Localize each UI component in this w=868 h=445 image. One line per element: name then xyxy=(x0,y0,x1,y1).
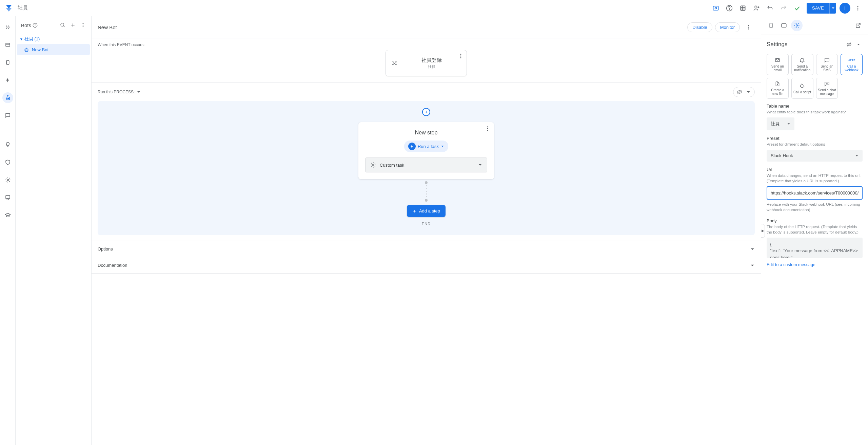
add-step-top-button[interactable] xyxy=(422,108,430,116)
rail-settings-icon[interactable] xyxy=(2,174,13,185)
bot-icon xyxy=(24,47,29,52)
help-icon[interactable] xyxy=(723,2,735,14)
info-icon[interactable] xyxy=(33,23,38,28)
search-icon[interactable] xyxy=(58,20,67,30)
url-label: Url xyxy=(767,167,863,172)
tablet-preview-icon[interactable] xyxy=(778,20,790,31)
visibility-off-icon[interactable] xyxy=(735,88,744,96)
rail-security-icon[interactable] xyxy=(2,157,13,168)
tree-folder[interactable]: ▼ 社員 (1) xyxy=(17,34,90,44)
svg-rect-56 xyxy=(782,24,786,27)
tile-notification[interactable]: Send a notification xyxy=(791,54,813,75)
svg-point-57 xyxy=(796,25,798,26)
url-help: When data changes, send an HTTP request … xyxy=(767,173,863,184)
more-icon[interactable] xyxy=(743,21,755,33)
rail-intelligence-icon[interactable] xyxy=(2,139,13,150)
event-card[interactable]: 社員登録 社員 xyxy=(386,50,467,76)
task-select[interactable]: Custom task xyxy=(365,157,487,172)
table-name-help: What entity table does this task work ag… xyxy=(767,109,863,115)
visibility-off-icon[interactable] xyxy=(844,40,854,49)
table-name-select[interactable]: 社員 xyxy=(767,117,794,130)
svg-point-40 xyxy=(748,27,749,28)
run-task-chip[interactable]: Run a task xyxy=(404,141,448,152)
shuffle-icon xyxy=(391,60,397,66)
svg-point-18 xyxy=(6,98,7,98)
tile-sms[interactable]: Send an SMS xyxy=(816,54,838,75)
svg-point-1 xyxy=(715,7,717,9)
more-icon[interactable] xyxy=(458,53,464,59)
svg-point-28 xyxy=(61,23,64,26)
svg-point-49 xyxy=(487,128,488,129)
event-section-label: When this EVENT occurs: xyxy=(92,38,761,50)
avatar[interactable]: I xyxy=(840,3,850,14)
svg-point-37 xyxy=(27,50,27,50)
preset-label: Preset xyxy=(767,136,863,141)
rail-actions-icon[interactable] xyxy=(2,75,13,86)
save-button[interactable]: SAVE xyxy=(807,3,829,14)
svg-point-33 xyxy=(83,25,84,26)
chevron-down-icon[interactable] xyxy=(854,40,863,49)
monitor-button[interactable]: Monitor xyxy=(715,22,740,32)
preset-select[interactable]: Slack Hook xyxy=(767,150,863,162)
url-help-below: Replace with your Slack webhook URL (see… xyxy=(767,202,863,212)
canvas-title: New Bot xyxy=(98,24,117,30)
svg-point-13 xyxy=(857,9,859,10)
url-input[interactable] xyxy=(767,186,863,200)
chevron-down-icon: ▼ xyxy=(20,37,23,41)
app-title: 社員 xyxy=(18,5,28,11)
edit-custom-link[interactable]: Edit to a custom message xyxy=(761,260,868,272)
tile-webhook[interactable]: HTTP Call a webhook xyxy=(841,54,863,75)
svg-point-3 xyxy=(729,9,730,10)
accordion-documentation[interactable]: Documentation xyxy=(92,257,761,274)
event-subtitle: 社員 xyxy=(402,64,461,69)
accordion-options[interactable]: Options xyxy=(92,241,761,257)
event-title: 社員登録 xyxy=(402,57,461,63)
svg-point-50 xyxy=(487,130,488,131)
tile-create-file[interactable]: Create a new file xyxy=(767,78,789,99)
undo-icon[interactable] xyxy=(764,2,776,14)
rail-home-icon[interactable] xyxy=(2,22,13,33)
chevron-down-icon xyxy=(750,263,755,268)
rail-views-icon[interactable] xyxy=(2,57,13,68)
rail-learn-icon[interactable] xyxy=(2,210,13,221)
tile-send-email[interactable]: Send an email xyxy=(767,54,789,75)
rail-manage-icon[interactable] xyxy=(2,192,13,203)
connector-line xyxy=(426,183,427,200)
collapse-handle[interactable]: ▶ xyxy=(761,224,765,238)
preset-help: Preset for different default options xyxy=(767,142,863,147)
save-dropdown[interactable] xyxy=(829,3,836,14)
tree-item-new-bot[interactable]: New Bot xyxy=(17,44,90,55)
check-icon[interactable] xyxy=(791,2,803,14)
svg-rect-0 xyxy=(713,6,718,10)
mobile-preview-icon[interactable] xyxy=(765,20,777,31)
open-external-icon[interactable] xyxy=(852,20,864,31)
disable-button[interactable]: Disable xyxy=(687,22,712,32)
grid-icon[interactable] xyxy=(737,2,749,14)
settings-tab-icon[interactable] xyxy=(791,20,803,31)
more-icon[interactable] xyxy=(485,126,491,132)
step-card: New step Run a task Custom task xyxy=(358,122,494,179)
rail-data-icon[interactable] xyxy=(2,39,13,50)
svg-point-36 xyxy=(25,50,26,50)
more-icon[interactable] xyxy=(78,20,88,30)
rail-automation-icon[interactable] xyxy=(2,92,13,103)
appsheet-logo xyxy=(4,3,14,13)
preview-icon[interactable] xyxy=(710,2,722,14)
svg-point-32 xyxy=(83,23,84,24)
tile-call-script[interactable]: Call a script xyxy=(791,78,813,99)
body-textarea[interactable] xyxy=(767,238,863,258)
svg-rect-24 xyxy=(6,196,10,199)
svg-point-44 xyxy=(460,57,461,58)
more-icon[interactable] xyxy=(852,2,864,14)
add-user-icon[interactable] xyxy=(750,2,763,14)
chevron-down-icon[interactable] xyxy=(744,88,752,96)
add-step-button[interactable]: Add a step xyxy=(407,205,446,217)
chevron-down-icon xyxy=(787,122,790,126)
rail-chat-icon[interactable] xyxy=(2,110,13,121)
svg-point-8 xyxy=(755,6,757,8)
add-icon[interactable] xyxy=(68,20,78,30)
chevron-down-icon[interactable] xyxy=(137,90,141,94)
redo-icon[interactable] xyxy=(777,2,790,14)
settings-title: Settings xyxy=(767,41,787,48)
tile-chat-message[interactable]: Send a chat message xyxy=(816,78,838,99)
